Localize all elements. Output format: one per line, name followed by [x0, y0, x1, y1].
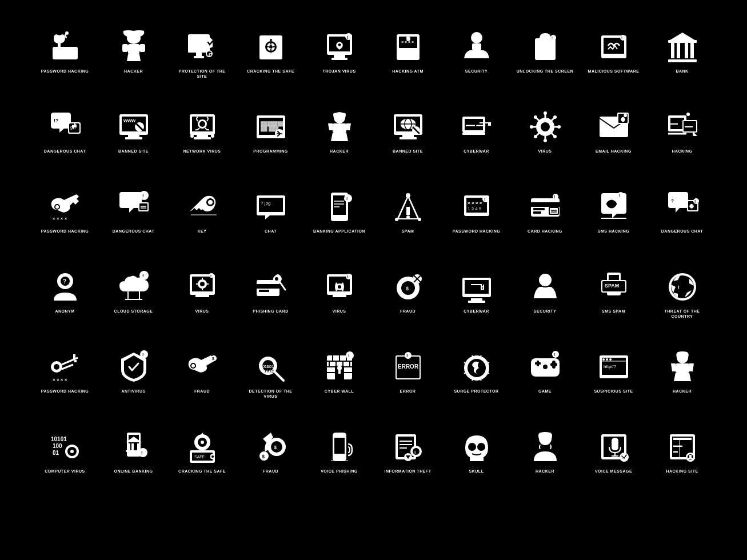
svg-line-250	[62, 365, 73, 369]
icon-label: FRAUD	[194, 389, 210, 394]
svg-rect-159	[335, 216, 343, 218]
svg-line-217	[280, 282, 285, 290]
icon-trojan-virus: ! TROJAN VIRUS	[305, 23, 374, 103]
svg-rect-180	[533, 211, 541, 214]
hacking-site-icon: ▬▬ ▬	[664, 429, 701, 465]
svg-rect-95	[333, 123, 346, 133]
svg-text:!: !	[141, 451, 142, 455]
svg-point-169	[395, 218, 398, 221]
svg-rect-374	[673, 438, 692, 440]
icon-label: DANGEROUS CHAT	[661, 229, 703, 234]
security-icon-1	[458, 29, 495, 65]
security-icon-2	[527, 269, 564, 305]
dangerous-chat-icon-2: !	[115, 189, 152, 225]
unlocking-screen-icon: !	[527, 29, 564, 65]
banned-site-icon-2	[390, 109, 426, 145]
icon-grid: PASSWORD HACKING $ HACKER	[8, 0, 740, 560]
svg-rect-234	[471, 298, 482, 301]
svg-text:× × × ×: × × × ×	[468, 201, 482, 206]
icon-cracking-safe-2: SAFE CRACKING THE SAFE	[168, 423, 237, 503]
svg-rect-63	[671, 42, 674, 58]
svg-point-6	[57, 37, 59, 39]
icon-game: ! GAME	[511, 343, 580, 423]
antivirus-icon: !	[115, 349, 152, 385]
svg-point-86	[190, 134, 194, 138]
icon-label: PROGRAMMING	[253, 149, 287, 154]
svg-rect-331	[128, 443, 130, 451]
icon-label: INFORMATION THEFT	[385, 469, 432, 474]
icon-label: ONLINE BANKING	[114, 469, 153, 474]
detection-of-the-virus-icon: 0101 1010 0101 1010	[253, 349, 289, 385]
icon-phishing-card: PHISHING CARD	[237, 263, 305, 343]
icon-label: SECURITY	[465, 69, 488, 74]
icon-security-2: SECURITY	[511, 263, 580, 343]
svg-rect-66	[690, 42, 694, 58]
icon-label: ERROR	[400, 389, 416, 394]
hacker-icon-4	[527, 429, 564, 465]
svg-text:×  ×  ×  ×: × × × ×	[53, 377, 67, 382]
svg-rect-182	[550, 208, 558, 214]
surge-protector-icon	[458, 349, 495, 385]
svg-point-218	[275, 277, 278, 281]
svg-point-285	[405, 352, 412, 359]
svg-point-252	[140, 350, 148, 358]
svg-text:!: !	[484, 197, 485, 201]
icon-label: CRACKING THE SAFE	[178, 469, 226, 474]
cyberwar-icon-1: ▬▬ ▬▬	[458, 109, 495, 145]
cracking-safe-icon-2: SAFE	[184, 429, 221, 465]
svg-rect-78	[128, 135, 139, 137]
svg-text:▬▬: ▬▬	[670, 121, 678, 125]
svg-rect-315	[676, 363, 689, 373]
card-hacking-icon: !	[527, 189, 564, 225]
svg-rect-332	[131, 443, 134, 451]
svg-point-279	[346, 351, 354, 359]
svg-rect-364	[473, 457, 476, 461]
icon-label: VOICE PHISHING	[321, 469, 358, 474]
svg-rect-233	[465, 280, 489, 294]
svg-point-50	[471, 32, 482, 43]
icon-label: SKULL	[469, 469, 484, 474]
svg-point-304	[543, 365, 548, 369]
phishing-card-icon	[253, 269, 289, 305]
icon-malicious-software: ! MALICIOUS SOFTWARE	[580, 23, 648, 103]
svg-point-128	[534, 135, 537, 138]
icon-label: PHISHING CARD	[253, 309, 289, 314]
icon-chat: ? jpg CHAT	[237, 183, 305, 263]
svg-rect-158	[333, 195, 346, 215]
svg-marker-62	[668, 33, 697, 41]
svg-rect-67	[668, 59, 697, 62]
svg-text:http//?: http//?	[604, 364, 617, 369]
svg-rect-55	[544, 49, 546, 54]
svg-point-124	[557, 125, 561, 129]
hacking-atm-icon: × × × × i	[390, 29, 426, 65]
svg-text:!: !	[346, 197, 347, 201]
svg-rect-178	[531, 202, 560, 207]
icon-information-theft: i INFORMATION THEFT	[374, 423, 442, 503]
hacking-icon-1: ▬▬ ▬▬	[664, 109, 701, 145]
password-hacking-icon-1	[47, 29, 83, 65]
chat-icon: ? jpg	[253, 189, 289, 225]
icon-spam: SPAM	[374, 183, 442, 263]
sms-hacking-icon: !	[596, 189, 632, 225]
svg-text:×  ×  ×  ×: × × × ×	[53, 216, 67, 221]
svg-text:!: !	[619, 194, 620, 198]
svg-text:$: $	[129, 55, 131, 60]
icon-label: CLOUD STORAGE	[114, 309, 153, 314]
icon-label: PASSWORD HACKING	[41, 69, 89, 74]
svg-rect-11	[122, 44, 128, 52]
virus-icon-2: !	[184, 269, 221, 305]
svg-point-302	[552, 361, 556, 364]
icon-label: SPAM	[402, 229, 414, 234]
icon-label: CHAT	[265, 229, 277, 234]
icon-antivirus: ! ANTIVIRUS	[99, 343, 168, 423]
icon-label: UNLOCKING THE SCREEN	[517, 69, 573, 74]
icon-label: DANGEROUS CHAT	[113, 229, 154, 234]
icon-sms-spam: SPAM SMS SPAM	[580, 263, 648, 343]
voice-phishing-icon	[321, 429, 358, 465]
icon-virus-3: ! VIRUS	[305, 263, 374, 343]
svg-point-236	[539, 274, 552, 286]
svg-text:!: !	[694, 199, 696, 203]
icon-skull: SKULL	[442, 423, 511, 503]
svg-text:SPAM: SPAM	[605, 283, 619, 289]
icon-label: CYBERWAR	[464, 149, 489, 154]
